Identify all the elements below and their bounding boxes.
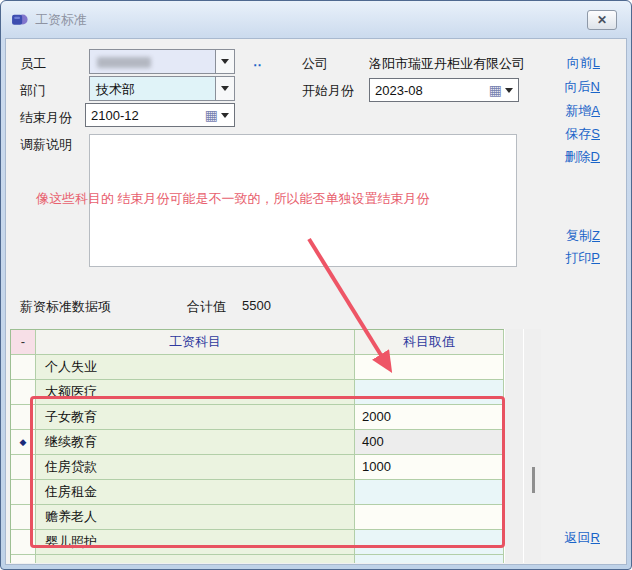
chevron-down-icon — [221, 59, 229, 64]
chevron-down-icon — [221, 86, 229, 91]
row-selector[interactable] — [11, 480, 36, 505]
forward-button[interactable]: 向前L — [567, 54, 600, 72]
end-month-label: 结束月份 — [20, 109, 72, 127]
table-row-partial — [11, 555, 504, 563]
section-title: 薪资标准数据项 — [20, 298, 111, 316]
end-month-value: 2100-12 — [86, 108, 205, 123]
department-label: 部门 — [20, 82, 46, 100]
item-name-cell — [36, 555, 355, 563]
item-name-cell: 继续教育 — [36, 430, 355, 455]
item-value-cell[interactable]: 400 — [355, 430, 504, 455]
employee-label: 员工 — [20, 55, 46, 73]
item-value-cell[interactable] — [355, 505, 504, 530]
table-row: 大额医疗 — [11, 380, 504, 405]
row-selector[interactable] — [11, 505, 36, 530]
end-month-field[interactable]: 2100-12 ▦ — [85, 103, 235, 127]
item-value-cell[interactable]: 1000 — [355, 455, 504, 480]
table-row: 住房租金 — [11, 480, 504, 505]
row-selector[interactable] — [11, 530, 36, 555]
item-name-cell: 赡养老人 — [36, 505, 355, 530]
chevron-down-icon — [221, 113, 229, 118]
item-name-cell: 婴儿照护 — [36, 530, 355, 555]
total-value: 5500 — [242, 298, 271, 313]
start-month-field[interactable]: 2023-08 ▦ — [369, 78, 519, 102]
table-row: 赡养老人 — [11, 505, 504, 530]
start-month-value: 2023-08 — [370, 83, 489, 98]
salary-standard-window: 工资标准 ✕ 员工 部门 结束月份 调薪说明 公司 开始月份 ‥ 技术部 洛 — [0, 0, 632, 570]
delete-button[interactable]: 删除D — [565, 148, 600, 166]
employee-value-redacted — [90, 50, 215, 73]
item-value-cell[interactable] — [355, 480, 504, 505]
window-title: 工资标准 — [35, 11, 87, 29]
table-row: 住房贷款 1000 — [11, 455, 504, 480]
start-month-label: 开始月份 — [302, 82, 354, 100]
app-icon — [11, 11, 28, 28]
table-row: 婴儿照护 — [11, 530, 504, 555]
item-value-cell[interactable] — [355, 355, 504, 380]
row-selector[interactable] — [11, 455, 36, 480]
item-value-cell[interactable] — [355, 380, 504, 405]
copy-button[interactable]: 复制Z — [566, 227, 600, 245]
company-value: 洛阳市瑞亚丹柜业有限公司 — [369, 55, 525, 73]
row-selector[interactable] — [11, 405, 36, 430]
item-value-cell[interactable] — [355, 555, 504, 563]
item-value-cell[interactable] — [355, 530, 504, 555]
total-label: 合计值 — [187, 298, 226, 316]
department-dropdown-button[interactable] — [215, 77, 234, 100]
table-filler-column — [504, 329, 524, 563]
chevron-down-icon — [505, 88, 513, 93]
return-button[interactable]: 返回R — [565, 529, 600, 547]
table-grid: - 工资科目 科目取值 个人失业 大额医疗 子女教育 200 — [10, 329, 504, 563]
salary-items-table: - 工资科目 科目取值 个人失业 大额医疗 子女教育 200 — [10, 329, 541, 563]
add-button[interactable]: 新增A — [565, 102, 600, 120]
current-row-marker[interactable]: ◆ — [11, 430, 36, 455]
window-titlebar: 工资标准 ✕ — [1, 1, 631, 38]
remark-label: 调薪说明 — [20, 136, 72, 154]
department-combobox[interactable]: 技术部 — [89, 76, 235, 101]
item-name-cell: 大额医疗 — [36, 380, 355, 405]
item-name-cell: 住房租金 — [36, 480, 355, 505]
employee-dropdown-button[interactable] — [215, 50, 234, 73]
company-label: 公司 — [302, 55, 328, 73]
remark-textarea[interactable] — [89, 134, 517, 267]
item-value-cell[interactable]: 2000 — [355, 405, 504, 430]
close-button[interactable]: ✕ — [587, 10, 617, 30]
employee-more-button[interactable]: ‥ — [253, 54, 263, 69]
item-name-cell: 个人失业 — [36, 355, 355, 380]
row-selector[interactable] — [11, 555, 36, 563]
dialog-client-area: 员工 部门 结束月份 调薪说明 公司 开始月份 ‥ 技术部 洛阳市瑞亚丹柜业有限… — [5, 38, 627, 565]
table-vertical-scrollbar[interactable] — [525, 329, 541, 563]
table-header-row: - 工资科目 科目取值 — [11, 330, 504, 355]
save-button[interactable]: 保存S — [565, 125, 600, 143]
table-corner-cell: - — [11, 330, 36, 355]
scrollbar-thumb[interactable] — [532, 467, 535, 493]
column-header-value[interactable]: 科目取值 — [355, 330, 504, 355]
row-selector[interactable] — [11, 380, 36, 405]
department-value: 技术部 — [90, 77, 215, 100]
calendar-icon: ▦ — [489, 83, 502, 97]
item-name-cell: 子女教育 — [36, 405, 355, 430]
column-header-item[interactable]: 工资科目 — [36, 330, 355, 355]
row-selector[interactable] — [11, 355, 36, 380]
table-row-current: ◆ 继续教育 400 — [11, 430, 504, 455]
redaction-blur — [97, 57, 151, 68]
print-button[interactable]: 打印P — [565, 249, 600, 267]
calendar-icon: ▦ — [205, 108, 218, 122]
backward-button[interactable]: 向后N — [565, 78, 600, 96]
item-name-cell: 住房贷款 — [36, 455, 355, 480]
table-row: 子女教育 2000 — [11, 405, 504, 430]
employee-combobox[interactable] — [89, 49, 235, 74]
table-row: 个人失业 — [11, 355, 504, 380]
